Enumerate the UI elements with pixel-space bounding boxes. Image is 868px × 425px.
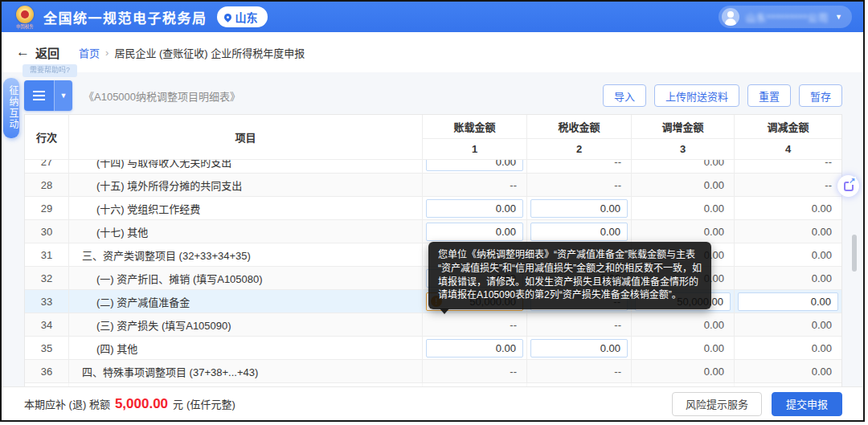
- amount-cell: 0.00: [527, 337, 632, 359]
- back-label: 返回: [35, 44, 59, 61]
- vertical-scrollbar[interactable]: [852, 235, 857, 272]
- share-icon: [844, 182, 854, 191]
- footer-buttons: 风险提示服务 提交申报: [672, 392, 842, 416]
- item-label: (十四) 与取得收入无关的支出: [69, 160, 423, 174]
- row-number: 28: [25, 174, 69, 196]
- logo-caption: 中国税务: [16, 24, 34, 28]
- tax-due-words: (伍仟元整): [186, 396, 235, 411]
- footer-bar: 本期应补 (退) 税额 5,000.00 元 (伍仟元整) 风险提示服务 提交申…: [2, 386, 863, 420]
- amount-cell: 0.00: [735, 267, 841, 289]
- tax-bureau-logo: 中国税务: [13, 6, 37, 29]
- col-header-row-no: 行次: [25, 115, 69, 159]
- amount-cell: 0.00: [423, 220, 527, 243]
- table-row: 36四、特殊事项调整项目 (37+38+...+43)----0.000.00: [25, 360, 841, 383]
- row-number: 29: [25, 197, 69, 219]
- amount-cell: 0.00: [423, 160, 527, 174]
- amount-cell: 0.00: [632, 160, 735, 174]
- amount-cell: --: [423, 174, 527, 196]
- col-header-decrease-amount: 调减金额 4: [735, 115, 841, 159]
- amount-input[interactable]: 0.00: [426, 223, 523, 241]
- chevron-down-icon: ▼: [835, 13, 842, 21]
- save-draft-button[interactable]: 暂存: [799, 84, 842, 107]
- amount-cell: 0.00: [735, 337, 841, 359]
- table-row: 34(三) 资产损失 (填写A105090)----0.000.00: [25, 313, 841, 337]
- user-account-menu[interactable]: 山东*********公司 ▼: [719, 6, 852, 28]
- tax-due-unit: 元: [173, 396, 183, 411]
- amount-cell: --: [423, 313, 527, 336]
- amount-cell: 0.00: [632, 197, 735, 219]
- amount-cell: 0.00: [632, 337, 735, 359]
- row-number: 36: [25, 360, 69, 382]
- col-header-tax-amount: 税收金额 2: [527, 115, 632, 159]
- item-label: (三) 资产损失 (填写A105090): [69, 313, 423, 336]
- col-index: 3: [632, 139, 734, 159]
- tax-due-summary: 本期应补 (退) 税额 5,000.00 元 (伍仟元整): [24, 396, 235, 412]
- amount-input[interactable]: 0.00: [738, 292, 838, 311]
- amount-cell: --: [527, 313, 632, 336]
- amount-cell: 0.00: [527, 220, 632, 243]
- validation-warning-tooltip: 您单位《纳税调整明细表》“资产减值准备金”账载金额与主表“资产减值损失”和“信用…: [428, 242, 711, 309]
- amount-input[interactable]: 0.00: [426, 160, 523, 171]
- breadcrumb-current: 居民企业 (查账征收) 企业所得税年度申报: [114, 45, 305, 60]
- amount-cell: --: [735, 174, 841, 196]
- tax-emblem-icon: [16, 6, 34, 23]
- amount-cell: 0.00: [527, 197, 632, 219]
- col-header-increase-amount: 调增金额 3: [632, 115, 735, 159]
- menu-dropdown-caret[interactable]: ▼: [54, 80, 72, 111]
- back-arrow-icon: ←: [16, 44, 30, 60]
- item-label: (四) 其他: [69, 337, 423, 359]
- table-row: 27(十四) 与取得收入无关的支出0.00--0.00--: [25, 160, 841, 174]
- top-header-bar: 中国税务 全国统一规范电子税务局 山东 山东*********公司 ▼: [2, 2, 863, 32]
- amount-cell: 0.00: [735, 313, 841, 336]
- amount-input[interactable]: 0.00: [426, 199, 523, 218]
- amount-input[interactable]: 0.00: [530, 199, 628, 218]
- user-name-redacted: 山东*********公司: [746, 10, 829, 24]
- tax-due-amount: 5,000.00: [115, 396, 168, 412]
- amount-cell: --: [527, 360, 632, 382]
- hamburger-menu-icon[interactable]: [24, 80, 54, 111]
- region-selector[interactable]: 山东: [217, 6, 268, 27]
- amount-cell: 0.00: [735, 360, 841, 382]
- row-number: 35: [25, 337, 69, 359]
- col-header-book-amount: 账载金额 1: [423, 115, 527, 159]
- amount-input[interactable]: 0.00: [530, 339, 628, 358]
- amount-cell: --: [527, 174, 632, 196]
- cobrowse-float-button[interactable]: [837, 175, 859, 197]
- risk-notice-button[interactable]: 风险提示服务: [672, 392, 762, 416]
- user-avatar-icon: [722, 8, 739, 26]
- table-menu-button[interactable]: ▼: [24, 80, 72, 111]
- table-row: 30(十七) 其他0.000.000.000.00: [25, 220, 841, 243]
- amount-input[interactable]: 0.00: [426, 339, 523, 358]
- row-number: 31: [25, 243, 69, 266]
- col-index: 2: [527, 139, 631, 159]
- amount-cell: 0.00: [735, 243, 841, 266]
- item-label: (二) 资产减值准备金: [69, 290, 423, 313]
- breadcrumb-home-link[interactable]: 首页: [79, 45, 100, 60]
- item-label: 四、特殊事项调整项目 (37+38+...+43): [69, 360, 423, 382]
- reset-button[interactable]: 重置: [747, 84, 791, 107]
- amount-cell: 0.00: [735, 197, 841, 219]
- item-label: (十七) 其他: [69, 220, 423, 243]
- back-button[interactable]: ← 返回: [16, 44, 59, 61]
- amount-input[interactable]: 0.00: [530, 223, 628, 241]
- table-row: 35(四) 其他0.000.000.000.00: [25, 337, 841, 360]
- breadcrumb-separator: ›: [105, 47, 108, 59]
- col-index: 1: [423, 139, 526, 159]
- form-toolbar: ▼ 《A105000纳税调整项目明细表》 导入 上传附送资料 重置 暂存: [24, 80, 842, 111]
- item-label: (一) 资产折旧、摊销 (填写A105080): [69, 267, 423, 289]
- row-number: 34: [25, 313, 69, 336]
- amount-cell: 0.00: [632, 174, 735, 196]
- amount-cell: 0.00: [735, 220, 841, 243]
- breadcrumb-bar: ← 返回 首页 › 居民企业 (查账征收) 企业所得税年度申报 需要帮助吗?: [2, 32, 863, 72]
- tax-due-label: 本期应补 (退) 税额: [24, 396, 110, 411]
- submit-declaration-button[interactable]: 提交申报: [772, 392, 842, 416]
- col-header-item: 项目: [69, 115, 423, 159]
- item-label: 三、资产类调整项目 (32+33+34+35): [69, 243, 423, 266]
- upload-attachments-button[interactable]: 上传附送资料: [654, 84, 739, 107]
- item-label: (十六) 党组织工作经费: [69, 197, 423, 219]
- form-title: 《A105000纳税调整项目明细表》: [84, 88, 240, 104]
- import-button[interactable]: 导入: [603, 84, 646, 107]
- row-number: 30: [25, 220, 69, 243]
- interaction-side-tab[interactable]: 征纳互动: [3, 78, 19, 138]
- table-row: 29(十六) 党组织工作经费0.000.000.000.00: [25, 197, 841, 220]
